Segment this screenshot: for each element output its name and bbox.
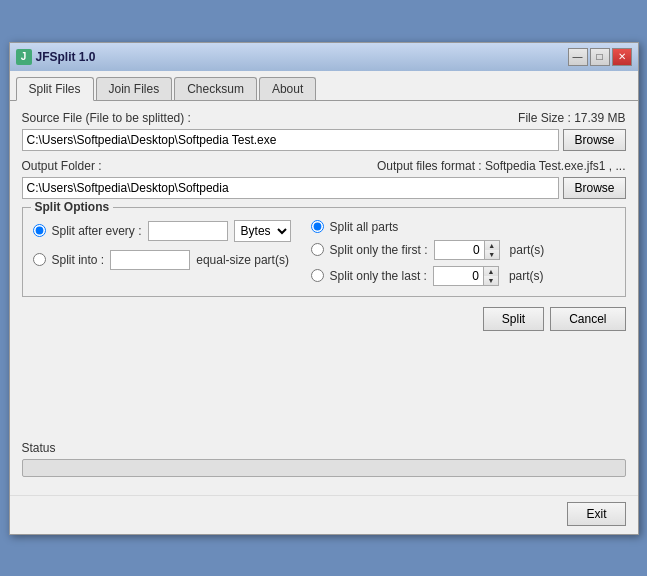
split-all-radio[interactable]	[311, 220, 324, 233]
split-options-inner: Split after every : Bytes KB MB GB Split…	[33, 220, 615, 286]
tab-split-files[interactable]: Split Files	[16, 77, 94, 101]
bytes-dropdown[interactable]: Bytes KB MB GB	[234, 220, 291, 242]
split-into-radio[interactable]	[33, 253, 46, 266]
tab-join-files[interactable]: Join Files	[96, 77, 173, 100]
split-first-radio[interactable]	[311, 243, 324, 256]
split-first-up-button[interactable]: ▲	[485, 241, 499, 250]
source-file-row: Source File (File to be splitted) : File…	[22, 111, 626, 125]
main-window: J JFSplit 1.0 — □ ✕ Split Files Join Fil…	[9, 42, 639, 535]
titlebar-left: J JFSplit 1.0	[16, 49, 96, 65]
right-options: Split all parts Split only the first : ▲…	[311, 220, 615, 286]
split-options-title: Split Options	[31, 200, 114, 214]
action-buttons-row: Split Cancel	[22, 307, 626, 331]
split-first-down-button[interactable]: ▼	[485, 250, 499, 259]
file-size-label: File Size : 17.39 MB	[518, 111, 625, 125]
split-first-row: Split only the first : ▲ ▼ part(s)	[311, 240, 615, 260]
output-folder-input-row: Browse	[22, 177, 626, 199]
split-all-label: Split all parts	[330, 220, 399, 234]
tab-about[interactable]: About	[259, 77, 316, 100]
split-first-spinner: ▲ ▼	[434, 240, 500, 260]
output-folder-input[interactable]	[22, 177, 560, 199]
split-button[interactable]: Split	[483, 307, 544, 331]
source-file-label: Source File (File to be splitted) :	[22, 111, 191, 125]
source-file-input-row: Browse	[22, 129, 626, 151]
split-into-input[interactable]	[110, 250, 190, 270]
source-browse-button[interactable]: Browse	[563, 129, 625, 151]
split-last-row: Split only the last : ▲ ▼ part(s)	[311, 266, 615, 286]
split-into-row: Split into : equal-size part(s)	[33, 250, 291, 270]
output-folder-label: Output Folder :	[22, 159, 102, 173]
split-after-radio[interactable]	[33, 224, 46, 237]
equal-size-label: equal-size part(s)	[196, 253, 289, 267]
titlebar-buttons: — □ ✕	[568, 48, 632, 66]
split-after-input[interactable]	[148, 221, 228, 241]
split-after-label: Split after every :	[52, 224, 142, 238]
split-first-input[interactable]	[434, 240, 484, 260]
progress-bar-container	[22, 459, 626, 477]
split-first-spinner-buttons: ▲ ▼	[484, 240, 500, 260]
split-last-input[interactable]	[433, 266, 483, 286]
split-last-spinner: ▲ ▼	[433, 266, 499, 286]
split-last-spinner-buttons: ▲ ▼	[483, 266, 499, 286]
app-icon: J	[16, 49, 32, 65]
split-last-up-button[interactable]: ▲	[484, 267, 498, 276]
source-file-input[interactable]	[22, 129, 560, 151]
spacer	[22, 337, 626, 437]
output-browse-button[interactable]: Browse	[563, 177, 625, 199]
split-last-unit: part(s)	[509, 269, 544, 283]
minimize-button[interactable]: —	[568, 48, 588, 66]
output-folder-row: Output Folder : Output files format : So…	[22, 159, 626, 173]
status-label: Status	[22, 441, 626, 455]
bottom-bar: Exit	[10, 495, 638, 534]
output-format-label: Output files format : Softpedia Test.exe…	[377, 159, 626, 173]
split-first-unit: part(s)	[510, 243, 545, 257]
split-last-label: Split only the last :	[330, 269, 427, 283]
split-last-down-button[interactable]: ▼	[484, 276, 498, 285]
maximize-button[interactable]: □	[590, 48, 610, 66]
left-options: Split after every : Bytes KB MB GB Split…	[33, 220, 291, 286]
split-last-radio[interactable]	[311, 269, 324, 282]
exit-button[interactable]: Exit	[567, 502, 625, 526]
tab-checksum[interactable]: Checksum	[174, 77, 257, 100]
split-options-group: Split Options Split after every : Bytes …	[22, 207, 626, 297]
split-first-label: Split only the first :	[330, 243, 428, 257]
split-all-row: Split all parts	[311, 220, 615, 234]
split-after-row: Split after every : Bytes KB MB GB	[33, 220, 291, 242]
tabs-bar: Split Files Join Files Checksum About	[10, 71, 638, 101]
titlebar: J JFSplit 1.0 — □ ✕	[10, 43, 638, 71]
close-button[interactable]: ✕	[612, 48, 632, 66]
cancel-button[interactable]: Cancel	[550, 307, 625, 331]
window-title: JFSplit 1.0	[36, 50, 96, 64]
split-into-label: Split into :	[52, 253, 105, 267]
tab-content: Source File (File to be splitted) : File…	[10, 101, 638, 495]
status-section: Status	[22, 441, 626, 477]
